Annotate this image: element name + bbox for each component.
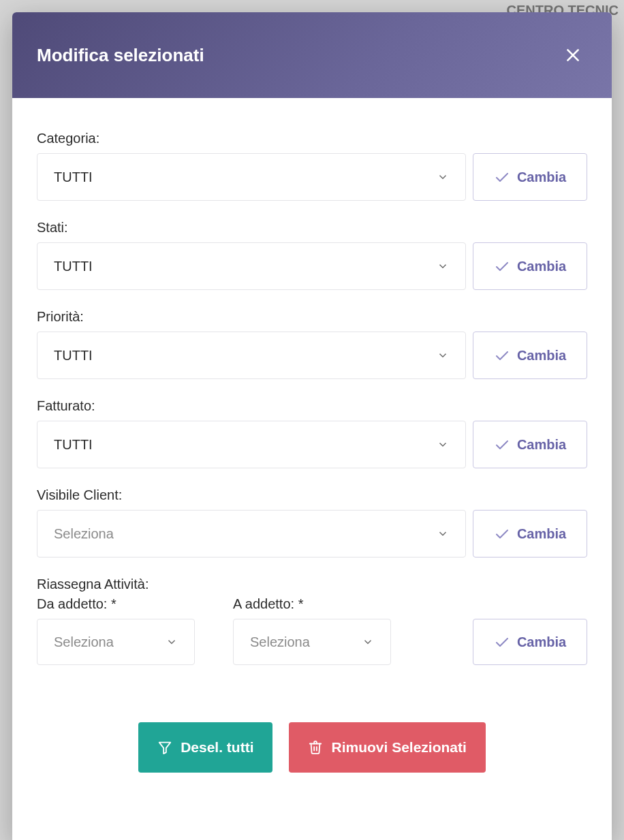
select-placeholder-visibile: Seleziona <box>54 526 114 542</box>
change-stati-button[interactable]: Cambia <box>473 242 587 290</box>
trash-icon <box>308 740 323 755</box>
select-categoria[interactable]: TUTTI <box>37 153 466 201</box>
svg-marker-2 <box>159 743 171 754</box>
section-title-riassegna: Riassegna Attività: <box>37 577 587 592</box>
edit-selected-modal: Modifica selezionati Categoria: TUTTI Ca… <box>12 12 612 840</box>
field-label-stati: Stati: <box>37 220 587 236</box>
change-button-label: Cambia <box>517 169 566 185</box>
label-da-addetto: Da addetto: * <box>37 596 195 612</box>
chevron-down-icon <box>362 636 374 648</box>
modal-body: Categoria: TUTTI Cambia Stati: TUTTI <box>12 98 612 840</box>
field-fatturato: Fatturato: TUTTI Cambia <box>37 398 587 468</box>
change-button-label: Cambia <box>517 348 566 364</box>
modal-title: Modifica selezionati <box>37 45 204 66</box>
filter-icon <box>157 740 172 755</box>
modal-header: Modifica selezionati <box>12 12 612 98</box>
select-visibile-client[interactable]: Seleziona <box>37 510 466 558</box>
section-riassegna: Riassegna Attività: Da addetto: * A adde… <box>37 577 587 665</box>
close-button[interactable] <box>559 41 587 69</box>
field-label-visibile: Visibile Client: <box>37 487 587 503</box>
select-value-priorita: TUTTI <box>54 348 93 364</box>
check-icon <box>494 634 510 650</box>
field-label-fatturato: Fatturato: <box>37 398 587 414</box>
select-a-addetto[interactable]: Seleziona <box>233 619 391 665</box>
field-stati: Stati: TUTTI Cambia <box>37 220 587 290</box>
field-visibile-client: Visibile Client: Seleziona Cambia <box>37 487 587 558</box>
label-a-addetto: A addetto: * <box>233 596 391 612</box>
change-button-label: Cambia <box>517 259 566 274</box>
field-priorita: Priorità: TUTTI Cambia <box>37 309 587 379</box>
check-icon <box>494 526 510 542</box>
field-label-priorita: Priorità: <box>37 309 587 325</box>
remove-selected-button[interactable]: Rimuovi Selezionati <box>289 722 485 773</box>
change-button-label: Cambia <box>517 437 566 453</box>
check-icon <box>494 347 510 364</box>
select-stati[interactable]: TUTTI <box>37 242 466 290</box>
deselect-button-label: Desel. tutti <box>181 739 253 756</box>
check-icon <box>494 258 510 274</box>
remove-button-label: Rimuovi Selezionati <box>331 739 466 756</box>
select-priorita[interactable]: TUTTI <box>37 332 466 379</box>
chevron-down-icon <box>437 438 449 451</box>
change-visibile-button[interactable]: Cambia <box>473 510 587 558</box>
change-button-label: Cambia <box>517 634 566 650</box>
field-label-categoria: Categoria: <box>37 131 587 146</box>
check-icon <box>494 169 510 185</box>
chevron-down-icon <box>166 636 178 648</box>
change-riassegna-button[interactable]: Cambia <box>473 619 587 665</box>
select-placeholder-da: Seleziona <box>54 634 114 650</box>
check-icon <box>494 436 510 453</box>
select-fatturato[interactable]: TUTTI <box>37 421 466 468</box>
select-value-stati: TUTTI <box>54 259 93 274</box>
change-fatturato-button[interactable]: Cambia <box>473 421 587 468</box>
close-icon <box>564 46 582 64</box>
field-categoria: Categoria: TUTTI Cambia <box>37 131 587 201</box>
chevron-down-icon <box>437 349 449 361</box>
change-priorita-button[interactable]: Cambia <box>473 332 587 379</box>
modal-footer: Desel. tutti Rimuovi Selezionati <box>37 684 587 800</box>
select-placeholder-a: Seleziona <box>250 634 310 650</box>
select-value-categoria: TUTTI <box>54 169 93 185</box>
change-button-label: Cambia <box>517 526 566 542</box>
chevron-down-icon <box>437 171 449 183</box>
change-categoria-button[interactable]: Cambia <box>473 153 587 201</box>
deselect-all-button[interactable]: Desel. tutti <box>138 722 272 773</box>
select-da-addetto[interactable]: Seleziona <box>37 619 195 665</box>
chevron-down-icon <box>437 260 449 272</box>
chevron-down-icon <box>437 528 449 540</box>
select-value-fatturato: TUTTI <box>54 437 93 453</box>
